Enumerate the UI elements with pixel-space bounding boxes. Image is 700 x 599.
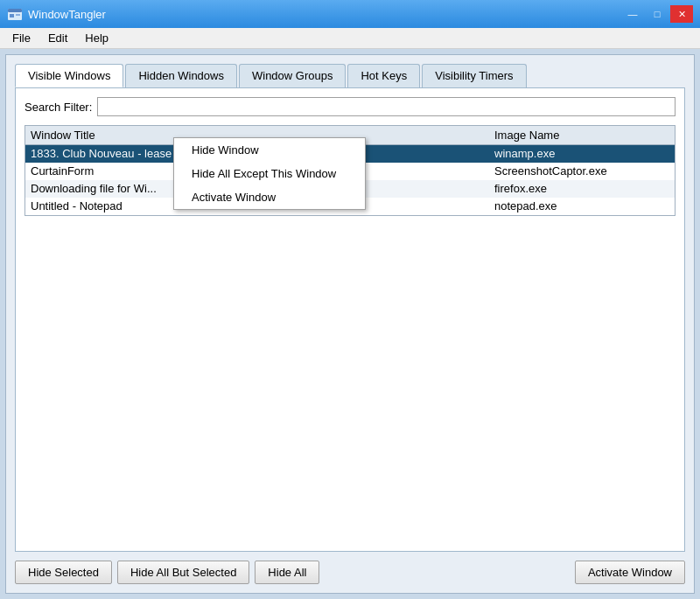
bottom-bar: Hide Selected Hide All But Selected Hide… (15, 561, 685, 584)
svg-rect-2 (10, 14, 14, 17)
header-image-name: Image Name (494, 129, 669, 142)
tab-visible-windows[interactable]: Visible Windows (15, 64, 123, 87)
context-menu-activate-window[interactable]: Activate Window (174, 185, 365, 209)
title-bar-buttons: — □ ✕ (621, 5, 693, 23)
hide-all-button[interactable]: Hide All (255, 561, 319, 584)
title-bar: WindowTangler — □ ✕ (0, 0, 700, 28)
activate-window-button[interactable]: Activate Window (575, 561, 685, 584)
context-menu: Hide Window Hide All Except This Window … (173, 137, 366, 210)
main-content: Visible Windows Hidden Windows Window Gr… (5, 54, 695, 594)
context-menu-hide-all-except[interactable]: Hide All Except This Window (174, 162, 365, 185)
search-row: Search Filter: (24, 97, 676, 116)
tab-content: Search Filter: Window Title Image Name 1… (15, 87, 685, 552)
row-image: notepad.exe (494, 199, 669, 213)
tab-window-groups[interactable]: Window Groups (239, 64, 346, 87)
row-image: ScreenshotCaptor.exe (494, 164, 669, 178)
row-image: winamp.exe (494, 147, 669, 161)
row-image: firefox.exe (494, 182, 669, 196)
tab-visibility-timers[interactable]: Visibility Timers (422, 64, 526, 87)
menu-help[interactable]: Help (76, 30, 117, 46)
tab-bar: Visible Windows Hidden Windows Window Gr… (15, 64, 685, 87)
inner-layout: Visible Windows Hidden Windows Window Gr… (15, 64, 685, 584)
maximize-button[interactable]: □ (646, 5, 668, 23)
svg-rect-3 (16, 14, 20, 16)
menu-file[interactable]: File (4, 30, 39, 46)
app-icon (7, 6, 23, 22)
app-title: WindowTangler (28, 8, 106, 21)
minimize-button[interactable]: — (621, 5, 644, 23)
hide-all-but-selected-button[interactable]: Hide All But Selected (117, 561, 249, 584)
tab-hidden-windows[interactable]: Hidden Windows (125, 64, 237, 87)
search-input[interactable] (97, 97, 676, 116)
title-bar-left: WindowTangler (7, 6, 106, 22)
close-button[interactable]: ✕ (670, 5, 693, 23)
menu-edit[interactable]: Edit (39, 30, 76, 46)
tab-hot-keys[interactable]: Hot Keys (347, 64, 420, 87)
menu-bar: File Edit Help (0, 28, 700, 49)
svg-rect-1 (8, 9, 22, 12)
search-label: Search Filter: (24, 101, 92, 114)
context-menu-hide-window[interactable]: Hide Window (174, 138, 365, 162)
hide-selected-button[interactable]: Hide Selected (15, 561, 112, 584)
